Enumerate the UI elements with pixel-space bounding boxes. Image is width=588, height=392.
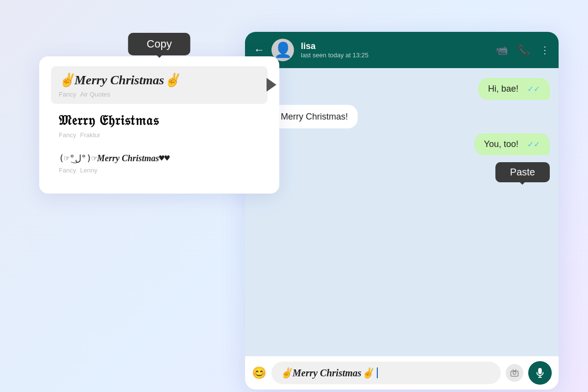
- phone-icon[interactable]: 📞: [518, 44, 530, 56]
- fancy-item-lenny[interactable]: (☞°ل͜°)☞Merry Christmas♥♥ Fancy Lenny: [51, 147, 268, 179]
- fancy-item-airquotes[interactable]: ✌️Merry Christmas✌️ Fancy Air Quotes: [51, 66, 268, 104]
- tag-fancy-2: Fancy: [59, 131, 76, 139]
- message-row-1: Hi, bae! ✓✓: [254, 78, 550, 100]
- bubble-sent-2: You, too! ✓✓: [474, 133, 550, 155]
- chat-window: ← 👤 lisa last seen today at 13:25 📹 📞 ⋮ …: [245, 32, 559, 390]
- chat-user-name: lisa: [301, 41, 489, 51]
- scene: Copy ✌️Merry Christmas✌️ Fancy Air Quote…: [24, 17, 564, 375]
- more-options-icon[interactable]: ⋮: [540, 44, 550, 56]
- emoji-button[interactable]: 😊: [252, 366, 267, 380]
- bubble-text-3: You, too!: [484, 139, 518, 149]
- fancy-item-tags-lenny: Fancy Lenny: [59, 167, 260, 174]
- tag-airquotes: Air Quotes: [80, 91, 110, 98]
- copy-tooltip[interactable]: Copy: [128, 33, 190, 55]
- chat-body: Hi, bae! ✓✓ Hi，Merry Christmas! You, too…: [245, 68, 559, 356]
- fancy-text-card: Copy ✌️Merry Christmas✌️ Fancy Air Quote…: [39, 56, 279, 194]
- mic-button[interactable]: [528, 361, 552, 385]
- back-button[interactable]: ←: [254, 44, 265, 56]
- tag-lenny: Lenny: [80, 167, 97, 174]
- tag-fancy-1: Fancy: [59, 91, 76, 98]
- tag-fancy-3: Fancy: [59, 167, 76, 174]
- chat-user-status: last seen today at 13:25: [301, 51, 489, 59]
- camera-button[interactable]: [506, 364, 523, 382]
- chat-user-info: lisa last seen today at 13:25: [301, 41, 489, 59]
- input-typed-text: ✌️Merry Christmas✌️: [280, 367, 374, 379]
- avatar-icon: 👤: [274, 43, 292, 57]
- selected-arrow-icon: [267, 78, 276, 92]
- message-input-field[interactable]: ✌️Merry Christmas✌️: [271, 362, 501, 384]
- svg-rect-1: [511, 371, 518, 376]
- tag-fraktur: Fraktur: [80, 131, 100, 139]
- fancy-item-text-fraktur: 𝔐𝔢𝔯𝔯𝔶 𝔈𝔥𝔯𝔦𝔰𝔱𝔪𝔞𝔰: [59, 112, 260, 129]
- chat-input-bar: 😊 ✌️Merry Christmas✌️: [245, 356, 559, 390]
- fancy-item-tags-airquotes: Fancy Air Quotes: [59, 91, 260, 98]
- fancy-item-fraktur[interactable]: 𝔐𝔢𝔯𝔯𝔶 𝔈𝔥𝔯𝔦𝔰𝔱𝔪𝔞𝔰 Fancy Fraktur: [51, 106, 268, 145]
- tick-icon-2: ✓✓: [527, 140, 540, 149]
- message-row-3: You, too! ✓✓: [254, 133, 550, 155]
- message-row-2: Hi，Merry Christmas!: [254, 105, 550, 128]
- video-call-icon[interactable]: 📹: [496, 44, 508, 56]
- bubble-text-1: Hi, bae!: [488, 84, 518, 94]
- paste-tooltip-wrapper: Paste: [254, 162, 550, 182]
- fancy-item-text-lenny: (☞°ل͜°)☞Merry Christmas♥♥: [59, 152, 260, 164]
- bubble-sent-1: Hi, bae! ✓✓: [478, 78, 550, 100]
- paste-tooltip[interactable]: Paste: [495, 162, 550, 182]
- fancy-item-text-airquotes: ✌️Merry Christmas✌️: [59, 72, 260, 89]
- fancy-item-tags-fraktur: Fancy Fraktur: [59, 131, 260, 139]
- svg-point-0: [513, 371, 516, 374]
- chat-header-icons: 📹 📞 ⋮: [496, 44, 550, 56]
- tick-icon-1: ✓✓: [527, 84, 540, 94]
- chat-header: ← 👤 lisa last seen today at 13:25 📹 📞 ⋮: [245, 32, 559, 68]
- text-cursor: [377, 368, 378, 378]
